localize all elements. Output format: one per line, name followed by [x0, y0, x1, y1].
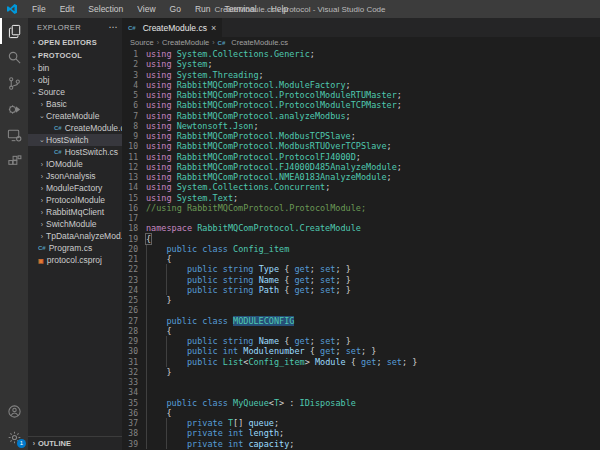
- code-line[interactable]: 5using RabbitMQComProtocol.ProtocolModul…: [122, 90, 600, 100]
- code-line[interactable]: 7using RabbitMQComProtocol.analyzeModbus…: [122, 111, 600, 121]
- tab-createmodule[interactable]: C# CreateModule.cs ×: [122, 18, 222, 37]
- chevron-right-icon: ›: [30, 65, 38, 72]
- menu-edit[interactable]: Edit: [53, 4, 82, 14]
- project-root-section[interactable]: ⌄ PROTOCOL: [28, 49, 122, 62]
- code-line[interactable]: 14using System.Collections.Concurrent;: [122, 182, 600, 192]
- line-number: 18: [122, 224, 146, 234]
- code-line[interactable]: 34: [122, 387, 600, 397]
- code-line[interactable]: 24public string Path { get; set; }: [122, 285, 600, 295]
- code-line[interactable]: 37private T[] queue;: [122, 418, 600, 428]
- code-line[interactable]: 3using System.Threading;: [122, 70, 600, 80]
- breadcrumb-item[interactable]: CreateModule: [162, 38, 209, 47]
- chevron-right-icon: ›: [38, 173, 46, 180]
- remote-explorer-icon[interactable]: [0, 122, 28, 148]
- tree-item-swichmodule[interactable]: ›SwichModule: [28, 218, 122, 230]
- account-icon[interactable]: [0, 398, 28, 424]
- menu-run[interactable]: Run: [188, 4, 218, 14]
- tree-item-basic[interactable]: ›Basic: [28, 98, 122, 110]
- extensions-icon[interactable]: [0, 148, 28, 174]
- code-line[interactable]: 33: [122, 377, 600, 387]
- code-line[interactable]: 31public List<Config_item> Module { get;…: [122, 357, 600, 367]
- tree-item-protocol-csproj[interactable]: ▣protocol.csproj: [28, 254, 122, 266]
- code-line[interactable]: 8using Newtonsoft.Json;: [122, 121, 600, 131]
- menu-terminal[interactable]: Terminal: [218, 4, 264, 14]
- code-line[interactable]: 32}: [122, 367, 600, 377]
- code-line[interactable]: 19{: [122, 234, 600, 244]
- menu-go[interactable]: Go: [163, 4, 188, 14]
- code-line[interactable]: 39private int capacity;: [122, 439, 600, 449]
- title-bar: FileEditSelectionViewGoRunTerminalHelp C…: [0, 0, 600, 18]
- code-line[interactable]: 25}: [122, 295, 600, 305]
- tree-item-program-cs[interactable]: C#Program.cs: [28, 242, 122, 254]
- code-line[interactable]: 11using RabbitMQComProtocol.ProtocolFJ40…: [122, 152, 600, 162]
- code-line[interactable]: 21{: [122, 254, 600, 264]
- tree-item-tpdataanalyzemod-[interactable]: ›TpDataAnalyzeMod...: [28, 230, 122, 242]
- tree-item-createmodule[interactable]: ⌄CreateModule: [28, 110, 122, 122]
- code-line[interactable]: 1using System.Collections.Generic;: [122, 49, 600, 59]
- tree-item-modulefactory[interactable]: ›ModuleFactory: [28, 182, 122, 194]
- menu-selection[interactable]: Selection: [81, 4, 130, 14]
- code-line[interactable]: 20public class Config_item: [122, 244, 600, 254]
- search-icon[interactable]: [0, 44, 28, 70]
- code-editor[interactable]: 1using System.Collections.Generic;2using…: [122, 48, 600, 450]
- tree-item-iomodule[interactable]: ›IOModule: [28, 158, 122, 170]
- close-tab-icon[interactable]: ×: [211, 23, 216, 33]
- line-number: 10: [122, 142, 146, 152]
- code-line[interactable]: 15using System.Text;: [122, 193, 600, 203]
- code-line[interactable]: 28{: [122, 326, 600, 336]
- code-line[interactable]: 12using RabbitMQComProtocol.FJ4000D485An…: [122, 162, 600, 172]
- tree-item-protocolmodule[interactable]: ›ProtocolModule: [28, 194, 122, 206]
- chevron-down-icon: ⌄: [38, 112, 46, 120]
- tree-item-obj[interactable]: ›obj: [28, 74, 122, 86]
- code-line[interactable]: 26: [122, 305, 600, 315]
- tree-item-hostswitch-cs[interactable]: C#HostSwitch.cs: [28, 146, 122, 158]
- menu-file[interactable]: File: [25, 4, 53, 14]
- chevron-right-icon: ›: [38, 161, 46, 168]
- tree-item-jsonanalysis[interactable]: ›JsonAnalysis: [28, 170, 122, 182]
- more-actions-icon[interactable]: ⋯: [109, 22, 118, 32]
- line-number: 34: [122, 388, 146, 398]
- code-line[interactable]: 16//using RabbitMQComProtocol.ProtocolMo…: [122, 203, 600, 213]
- outline-section[interactable]: › OUTLINE: [28, 436, 122, 450]
- tree-item-hostswitch[interactable]: ⌄HostSwitch: [28, 134, 122, 146]
- indent-guide: [146, 377, 166, 387]
- code-line[interactable]: 6using RabbitMQComProtocol.ProtocolModul…: [122, 100, 600, 110]
- indent-guide: [146, 439, 166, 449]
- settings-gear-icon[interactable]: 1: [0, 424, 28, 450]
- code-line[interactable]: 18namespace RabbitMQComProtocol.CreateMo…: [122, 223, 600, 233]
- tree-item-createmodule-cs[interactable]: C#CreateModule.cs: [28, 122, 122, 134]
- code-line[interactable]: 30public int Modulenumber { get; set; }: [122, 346, 600, 356]
- tree-item-rabbitmqclient[interactable]: ›RabbitMqClient: [28, 206, 122, 218]
- code-line[interactable]: 36{: [122, 408, 600, 418]
- indent-guide: [166, 428, 186, 438]
- tree-item-source[interactable]: ⌄Source: [28, 86, 122, 98]
- breadcrumb-item[interactable]: Source: [130, 38, 154, 47]
- explorer-sidebar: EXPLORER ⋯ › OPEN EDITORS ⌄ PROTOCOL ›bi…: [28, 18, 122, 450]
- indent-guide: [166, 439, 186, 449]
- code-line[interactable]: 2using System;: [122, 59, 600, 69]
- chevron-down-icon: ⌄: [30, 52, 38, 60]
- code-line[interactable]: 29public string Name { get; set; }: [122, 336, 600, 346]
- indent-guide: [166, 418, 186, 428]
- open-editors-section[interactable]: › OPEN EDITORS: [28, 36, 122, 49]
- code-line[interactable]: 10using RabbitMQComProtocol.ModbusRTUOve…: [122, 141, 600, 151]
- code-line[interactable]: 27public class MODULECONFIG: [122, 316, 600, 326]
- source-control-icon[interactable]: [0, 70, 28, 96]
- code-line[interactable]: 17: [122, 213, 600, 223]
- tree-item-bin[interactable]: ›bin: [28, 62, 122, 74]
- indent-guide: [146, 367, 166, 377]
- code-line[interactable]: 22public string Type { get; set; }: [122, 264, 600, 274]
- code-line[interactable]: 13using RabbitMQComProtocol.NMEA0183Anal…: [122, 172, 600, 182]
- breadcrumb-item[interactable]: CreateModule.cs: [231, 38, 288, 47]
- code-line[interactable]: 23public string Name { get; set; }: [122, 275, 600, 285]
- menu-view[interactable]: View: [130, 4, 162, 14]
- code-line[interactable]: 4using RabbitMQComProtocol.ModuleFactory…: [122, 80, 600, 90]
- code-line[interactable]: 35public class MyQueue<T> : IDisposable: [122, 398, 600, 408]
- menu-help[interactable]: Help: [264, 4, 295, 14]
- explorer-icon[interactable]: [0, 18, 28, 44]
- chevron-right-icon: ›: [30, 77, 38, 84]
- indent-guide: [146, 275, 166, 285]
- code-line[interactable]: 38private int length;: [122, 428, 600, 438]
- code-line[interactable]: 9using RabbitMQComProtocol.ModbusTCPSlav…: [122, 131, 600, 141]
- run-debug-icon[interactable]: [0, 96, 28, 122]
